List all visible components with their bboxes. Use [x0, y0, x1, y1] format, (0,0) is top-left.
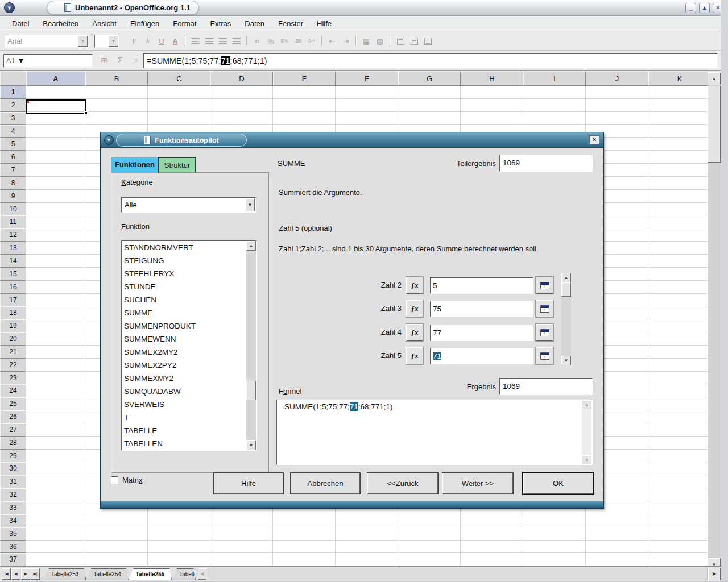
row-header-16[interactable]: 16	[0, 281, 26, 294]
cell[interactable]	[648, 553, 708, 566]
cell[interactable]	[648, 372, 708, 385]
cell-selection-border[interactable]	[26, 99, 86, 114]
menu-daten[interactable]: Daten	[238, 18, 271, 30]
column-header-I[interactable]: I	[523, 72, 586, 86]
function-list-item[interactable]: SUMME	[122, 306, 256, 319]
function-list-item[interactable]: SUMQUADABW	[122, 385, 256, 398]
row-header-20[interactable]: 20	[0, 332, 26, 346]
cell[interactable]	[648, 397, 708, 410]
cell[interactable]	[26, 228, 85, 242]
cell[interactable]	[336, 99, 398, 112]
cell[interactable]	[398, 514, 461, 527]
sheet-tab-tabelle255[interactable]: Tabelle255	[129, 568, 172, 580]
cell[interactable]	[26, 306, 85, 319]
fill-handle[interactable]	[84, 111, 88, 115]
add-decimal-icon[interactable]: .00	[291, 34, 305, 48]
increase-indent-icon[interactable]: ⇥	[339, 34, 353, 48]
cell[interactable]	[648, 151, 708, 164]
menu-extras[interactable]: Extras	[204, 18, 237, 30]
cell[interactable]	[26, 112, 85, 125]
cell[interactable]	[26, 86, 85, 99]
cell[interactable]	[336, 541, 398, 554]
next-button[interactable]: Weiter >>	[442, 473, 513, 494]
cell[interactable]	[648, 281, 708, 294]
cell[interactable]	[273, 112, 336, 125]
cell[interactable]	[586, 112, 648, 125]
menu-bearbeiten[interactable]: Bearbeiten	[36, 18, 85, 30]
vertical-scrollbar[interactable]: ▲ ▼	[708, 72, 721, 573]
function-list-item[interactable]: STANDNORMVERT	[122, 241, 256, 254]
underline-icon[interactable]: U	[155, 34, 168, 48]
ok-button[interactable]: OK	[523, 473, 593, 494]
align-left-icon[interactable]	[189, 34, 202, 48]
cell[interactable]	[26, 268, 85, 281]
row-header-34[interactable]: 34	[0, 514, 26, 527]
row-header-1[interactable]: 1	[0, 86, 26, 99]
row-header-9[interactable]: 9	[0, 190, 26, 203]
cell[interactable]	[648, 242, 708, 255]
minimize-button[interactable]: _	[685, 3, 696, 13]
next-sheet-icon[interactable]: ▶	[21, 568, 30, 580]
scroll-up-icon[interactable]: ▲	[582, 400, 592, 409]
tab-scroll-icon[interactable]: ◀	[198, 568, 206, 580]
cell[interactable]	[523, 514, 586, 527]
sum-icon[interactable]: Σ	[114, 54, 126, 66]
function-icon[interactable]: ƒx	[406, 277, 423, 294]
align-center-icon[interactable]	[202, 34, 216, 48]
cell[interactable]	[26, 203, 85, 216]
cell[interactable]	[586, 514, 648, 527]
font-color-icon[interactable]: A	[168, 34, 182, 48]
cell[interactable]	[648, 541, 708, 554]
cell[interactable]	[523, 553, 586, 566]
help-button[interactable]: Hilfe	[214, 473, 283, 494]
scroll-down-icon[interactable]: ▼	[561, 356, 571, 365]
row-header-28[interactable]: 28	[0, 436, 26, 450]
cell[interactable]	[273, 86, 336, 99]
cell[interactable]	[26, 138, 85, 151]
column-header-A[interactable]: A	[26, 72, 85, 86]
cell[interactable]	[398, 527, 461, 541]
column-header-C[interactable]: C	[148, 72, 210, 86]
column-header-G[interactable]: G	[398, 72, 461, 86]
cell[interactable]	[648, 228, 708, 242]
cell[interactable]	[26, 397, 85, 410]
kategorie-combobox[interactable]: Alle ▼	[121, 197, 256, 213]
cell[interactable]	[26, 177, 85, 190]
column-header-K[interactable]: K	[648, 72, 708, 86]
cell[interactable]	[26, 125, 85, 138]
cell[interactable]	[523, 99, 586, 112]
select-all-corner[interactable]	[0, 72, 26, 86]
zahl-3-input[interactable]: 75	[430, 301, 533, 317]
row-header-33[interactable]: 33	[0, 501, 26, 514]
row-header-31[interactable]: 31	[0, 475, 26, 488]
menu-ansicht[interactable]: Ansicht	[86, 18, 123, 30]
cell[interactable]	[648, 501, 708, 514]
sheet-tab-tabelle254[interactable]: Tabelle254	[86, 568, 128, 580]
cell[interactable]	[26, 553, 85, 566]
formula-edit-box[interactable]: =SUMME(1;5;75;77;71;68;771;1)	[276, 400, 593, 465]
chevron-down-icon[interactable]: ▼	[245, 198, 255, 211]
cell[interactable]	[26, 215, 85, 228]
cell[interactable]	[648, 294, 708, 307]
column-header-B[interactable]: B	[85, 72, 148, 86]
cell[interactable]	[148, 514, 210, 527]
cell[interactable]	[648, 384, 708, 397]
menu-fenster[interactable]: Fenster	[272, 18, 309, 30]
cell[interactable]	[523, 112, 586, 125]
row-header-5[interactable]: 5	[0, 138, 26, 151]
cell[interactable]	[26, 423, 85, 436]
currency-format-icon[interactable]: ¤	[250, 34, 264, 48]
cell[interactable]	[26, 319, 85, 332]
last-sheet-icon[interactable]: ▶|	[31, 568, 40, 580]
cell[interactable]	[648, 177, 708, 190]
cell[interactable]	[210, 112, 273, 125]
row-header-8[interactable]: 8	[0, 177, 26, 190]
cell[interactable]	[336, 86, 398, 99]
argument-scrollbar[interactable]: ▲ ▼	[561, 273, 571, 365]
cell[interactable]	[648, 112, 708, 125]
cell[interactable]	[85, 99, 148, 112]
font-size-combobox[interactable]: ▼	[94, 35, 119, 48]
function-list-item[interactable]: T	[122, 411, 256, 424]
cell[interactable]	[648, 190, 708, 203]
cell[interactable]	[648, 255, 708, 268]
